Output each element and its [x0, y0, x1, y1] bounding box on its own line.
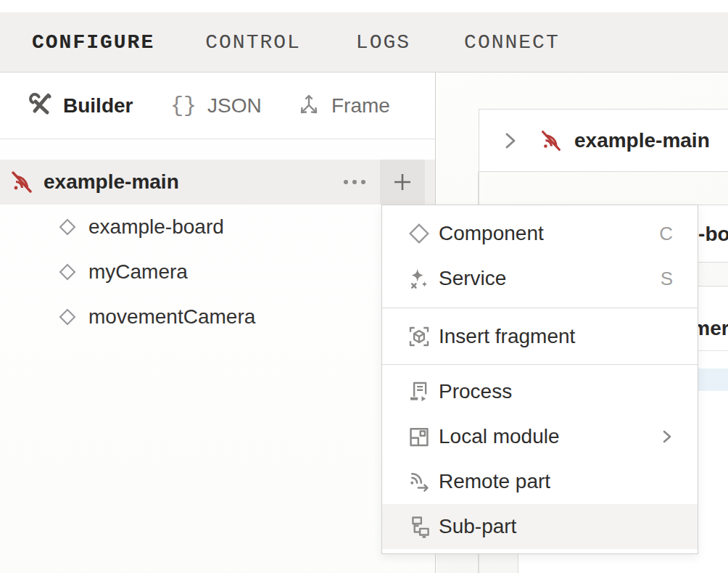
add-resource-button[interactable]: [380, 160, 425, 205]
tree-item-mycamera[interactable]: myCamera: [0, 250, 435, 294]
view-builder-label: Builder: [63, 94, 133, 118]
menu-shortcut: S: [661, 268, 673, 290]
sub-part-icon: [407, 515, 431, 538]
menu-item-service[interactable]: Service S: [382, 256, 698, 301]
machine-card-header[interactable]: example-main: [479, 109, 728, 172]
process-icon: [407, 380, 431, 403]
view-frame-label: Frame: [331, 94, 390, 118]
menu-item-process[interactable]: Process: [382, 369, 698, 414]
menu-item-remote-part[interactable]: Remote part: [382, 459, 698, 504]
main-nav: CONFIGURE CONTROL LOGS CONNECT: [0, 12, 728, 73]
view-json[interactable]: {} JSON: [170, 73, 262, 139]
tab-connect[interactable]: CONNECT: [464, 31, 560, 54]
add-resource-menu: Component C Service S: [381, 205, 698, 554]
more-options-button[interactable]: [332, 160, 377, 205]
remote-signal-icon: [407, 470, 431, 493]
tree-item-example-board[interactable]: example-board: [0, 205, 435, 250]
menu-group-fragment: Insert fragment: [382, 308, 698, 364]
menu-group-resources: Component C Service S: [382, 205, 698, 308]
view-builder[interactable]: Builder: [29, 73, 133, 139]
braces-icon: {}: [170, 94, 197, 118]
tab-configure[interactable]: CONFIGURE: [32, 31, 154, 54]
component-diamond-icon: [407, 222, 431, 245]
component-diamond-icon: [58, 218, 77, 236]
machine-card-title: example-main: [574, 129, 710, 152]
component-diamond-icon: [58, 263, 77, 281]
menu-item-label: Insert fragment: [439, 325, 673, 348]
component-diamond-icon: [58, 308, 77, 326]
tab-control[interactable]: CONTROL: [205, 31, 301, 54]
chevron-right-icon[interactable]: [502, 131, 518, 150]
menu-item-local-module[interactable]: Local module: [382, 414, 698, 459]
tree-item-movementcamera[interactable]: movementCamera: [0, 294, 435, 339]
config-sidebar: Builder {} JSON Frame: [0, 73, 436, 573]
menu-item-label: Process: [439, 380, 673, 403]
tab-logs[interactable]: LOGS: [356, 31, 410, 54]
frame-axes-icon: [297, 93, 320, 119]
view-switcher: Builder {} JSON Frame: [0, 73, 435, 139]
menu-item-label: Local module: [439, 425, 661, 448]
menu-item-sub-part[interactable]: Sub-part: [382, 504, 698, 549]
menu-item-label: Remote part: [439, 470, 673, 493]
fragment-cube-icon: [407, 325, 431, 348]
tree-machine-row[interactable]: example-main: [0, 160, 435, 205]
tree-item-label: movementCamera: [88, 305, 255, 329]
menu-item-label: Service: [439, 267, 661, 290]
tree-item-label: myCamera: [88, 260, 188, 284]
menu-shortcut: C: [659, 223, 673, 245]
view-frame[interactable]: Frame: [297, 73, 390, 139]
viam-config-app: CONFIGURE CONTROL LOGS CONNECT Builder {…: [0, 0, 728, 573]
menu-item-component[interactable]: Component C: [382, 211, 698, 256]
view-json-label: JSON: [207, 94, 262, 118]
menu-group-part: Process Local module: [382, 364, 698, 553]
tree-machine-name: example-main: [44, 170, 179, 194]
menu-item-label: Component: [439, 222, 659, 245]
submenu-chevron-icon: [661, 428, 673, 445]
menu-item-insert-fragment[interactable]: Insert fragment: [382, 314, 698, 359]
offline-icon: [9, 169, 35, 195]
local-module-icon: [407, 425, 431, 448]
tools-icon: [29, 93, 52, 119]
menu-item-label: Sub-part: [439, 515, 673, 538]
service-sparkles-icon: [407, 267, 431, 290]
tree-item-label: example-board: [88, 215, 224, 239]
top-strip: [0, 0, 728, 12]
offline-icon: [539, 128, 563, 153]
